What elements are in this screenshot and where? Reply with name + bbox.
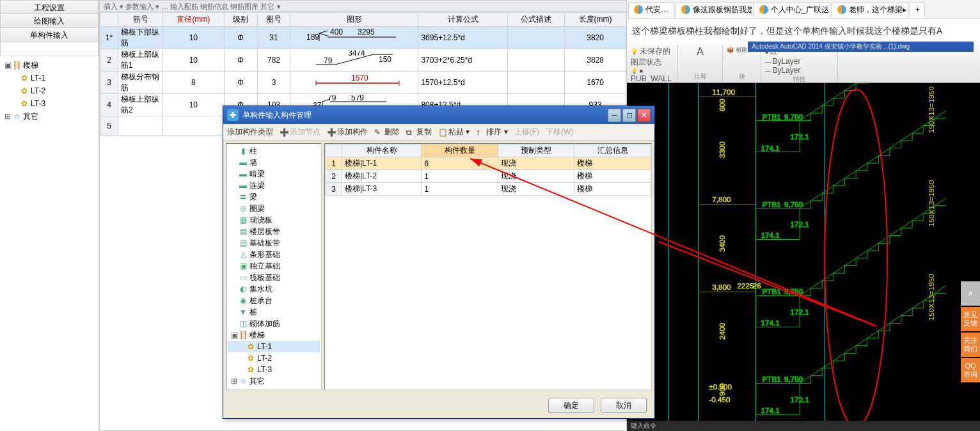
- question-text: 这个梯梁梯板梯柱我都绘制好了，但是这个单构件输入时候我这个楼梯是只有A: [627, 19, 980, 45]
- svg-text:9,750: 9,750: [784, 113, 803, 121]
- col-header[interactable]: 长度(mm): [565, 13, 626, 27]
- main-toolbar[interactable]: 插入 ▾ 参数输入 ▾ … 输入配筋 钢筋信息 钢筋图库 其它 ▾: [100, 1, 626, 12]
- table-row[interactable]: 2梯板上部纵筋110Φ7827934741503703+2*6.25*d3828: [100, 49, 626, 72]
- tree-item[interactable]: ▦现浇板: [228, 214, 320, 226]
- tree-item-lt[interactable]: ✿LT-2: [228, 352, 320, 364]
- tree-item[interactable]: ▤楼层板带: [228, 226, 320, 237]
- app-icon: ✚: [227, 109, 239, 121]
- tree-node-other[interactable]: ⊞☆其它: [228, 375, 320, 387]
- svg-text:150X13=1950: 150X13=1950: [927, 274, 935, 321]
- col-header[interactable]: 预制类型: [498, 145, 574, 157]
- tree-item[interactable]: ▤基础板带: [228, 237, 320, 249]
- favicon-icon: [681, 5, 690, 14]
- member-grid[interactable]: 构件名称 构件数量 预制类型 汇总信息 1楼梯|LT-16现浇楼梯2楼梯|LT-…: [325, 144, 651, 196]
- tree-item[interactable]: ◐集水坑: [228, 283, 320, 295]
- dialog-titlebar[interactable]: ✚ 单构件输入构件管理 ─ ◻ ✕: [223, 106, 654, 124]
- cancel-button[interactable]: 取消: [601, 398, 647, 413]
- svg-point-45: [825, 90, 887, 421]
- tree-item-lt[interactable]: ✿LT-1: [228, 341, 320, 352]
- tree-item[interactable]: ◉桩承台: [228, 295, 320, 306]
- col-header[interactable]: 汇总信息: [574, 145, 651, 157]
- svg-text:2400: 2400: [718, 322, 726, 340]
- tree-item[interactable]: △条形基础: [228, 249, 320, 260]
- plus-green-icon: ➕: [280, 128, 288, 137]
- member-row[interactable]: 2楼梯|LT-21现浇楼梯: [326, 170, 651, 183]
- col-header-qty[interactable]: 构件数量: [422, 145, 498, 157]
- autocad-window: Autodesk AutoCAD 2014 保安镇小学教学实验…(1).dwg …: [627, 45, 980, 431]
- ok-button[interactable]: 确定: [548, 398, 594, 413]
- expander-icon[interactable]: ⊞: [4, 112, 12, 121]
- tree-item-lt[interactable]: ✿LT-3: [228, 364, 320, 375]
- btn-project-settings[interactable]: 工程设置: [0, 0, 99, 14]
- dialog-toolbar: 添加构件类型 ➕添加节点 ➕添加构件 ✎删除 ⧉复制 📋粘贴 ▾ ↕排序 ▾ 上…: [223, 124, 654, 141]
- col-header[interactable]: 筋号: [118, 13, 163, 27]
- tb-copy[interactable]: ⧉复制: [406, 127, 432, 137]
- close-button[interactable]: ✕: [637, 109, 651, 122]
- acad-status-bar: 键入命令: [627, 421, 980, 431]
- btn-single-member-input[interactable]: 单构件输入: [0, 28, 99, 42]
- tb-paste[interactable]: 📋粘贴 ▾: [438, 127, 470, 137]
- float-feedback[interactable]: 意见反馈: [961, 307, 980, 331]
- col-header[interactable]: 图形: [290, 13, 418, 27]
- tree-node-stair[interactable]: ▣🪜楼梯: [228, 329, 320, 341]
- tree-node-stair[interactable]: ▣ 🪜 楼梯: [1, 59, 97, 72]
- col-header[interactable]: 构件名称: [342, 145, 422, 157]
- browser-tab[interactable]: 老师，这个梯梁▸: [832, 2, 908, 17]
- tree-item[interactable]: ▮柱: [228, 145, 320, 157]
- tree-item[interactable]: ◫砌体加筋: [228, 318, 320, 329]
- browser-tab[interactable]: 个人中心_广联达…: [754, 2, 830, 17]
- expander-icon[interactable]: ▣: [4, 61, 12, 70]
- tb-sort[interactable]: ↕排序 ▾: [476, 127, 507, 137]
- tree-item-lt1[interactable]: ✿LT-1: [17, 72, 97, 84]
- tree-item[interactable]: ▣独立基础: [228, 260, 320, 272]
- tree-item[interactable]: ▼桩: [228, 306, 320, 318]
- favicon-icon: [634, 5, 643, 14]
- tb-add-node[interactable]: ➕添加节点: [280, 127, 320, 137]
- browser-tab[interactable]: 像这跟板钢筋我是…: [676, 2, 752, 17]
- svg-text:174.1: 174.1: [761, 144, 780, 152]
- minimize-button[interactable]: ─: [608, 109, 621, 122]
- paste-icon: 📋: [438, 128, 447, 137]
- col-header[interactable]: 计算公式: [418, 13, 507, 27]
- svg-text:3295: 3295: [358, 28, 375, 36]
- table-row[interactable]: 1*梯板下部纵筋10Φ3118940032953695+12.5*d3820: [100, 27, 626, 49]
- tree-item[interactable]: 〓梁: [228, 191, 320, 203]
- svg-text:79: 79: [324, 56, 333, 65]
- btn-draw-input[interactable]: 绘图输入: [0, 14, 99, 28]
- svg-text:172.1: 172.1: [790, 132, 809, 141]
- tb-up[interactable]: 上移(F): [514, 127, 539, 137]
- tree-item[interactable]: ◎圈梁: [228, 203, 320, 214]
- col-header-diam[interactable]: 直径(mm): [163, 13, 225, 27]
- tree-item-lt3[interactable]: ✿LT-3: [17, 97, 97, 110]
- acad-canvas[interactable]: 11,700 7,800 3,800 ±0.000 -0.450 600 330…: [627, 83, 980, 421]
- gear-icon: ✿: [19, 86, 29, 95]
- tree-node-other[interactable]: ⊞ ☆ 其它: [1, 110, 97, 123]
- member-row[interactable]: 1楼梯|LT-16现浇楼梯: [326, 157, 651, 170]
- table-row[interactable]: 3梯板分布钢筋8Φ315701570+12.5*d1670: [100, 72, 626, 94]
- svg-text:3300: 3300: [718, 141, 726, 159]
- float-follow[interactable]: 关注我们: [961, 333, 980, 357]
- tree-item[interactable]: ▬连梁: [228, 180, 320, 191]
- dialog-left-tree[interactable]: ▮柱▬墙▬暗梁▬连梁〓梁◎圈梁▦现浇板▤楼层板带▤基础板带△条形基础▣独立基础▭…: [226, 143, 322, 390]
- sidebar-search-input[interactable]: [0, 42, 99, 56]
- col-header[interactable]: 公式描述: [507, 13, 565, 27]
- float-top[interactable]: ∧: [961, 281, 980, 306]
- tb-delete[interactable]: ✎删除: [374, 127, 400, 137]
- maximize-button[interactable]: ◻: [622, 109, 636, 122]
- tb-add-type[interactable]: 添加构件类型: [227, 127, 273, 137]
- member-row[interactable]: 3楼梯|LT-31现浇楼梯: [326, 183, 651, 196]
- new-tab-button[interactable]: +: [910, 2, 925, 17]
- tb-down[interactable]: 下移(W): [546, 127, 573, 137]
- browser-tab[interactable]: 代安…: [628, 2, 674, 17]
- left-sidebar: 工程设置 绘图输入 单构件输入 ▣ 🪜 楼梯 ✿LT-1 ✿LT-2 ✿LT-3…: [0, 0, 99, 431]
- tb-add-member[interactable]: ➕添加构件: [327, 127, 368, 137]
- tree-item[interactable]: ▬墙: [228, 157, 320, 168]
- dialog-right-grid-area: 构件名称 构件数量 预制类型 汇总信息 1楼梯|LT-16现浇楼梯2楼梯|LT-…: [324, 143, 652, 390]
- tree-item[interactable]: ▭筏板基础: [228, 272, 320, 283]
- tree-item-lt2[interactable]: ✿LT-2: [17, 84, 97, 97]
- right-panel: 代安…像这跟板钢筋我是…个人中心_广联达…老师，这个梯梁▸+ 这个梯梁梯板梯柱我…: [627, 0, 980, 431]
- tree-item[interactable]: ▬暗梁: [228, 168, 320, 180]
- col-header[interactable]: 级别: [224, 13, 257, 27]
- float-qq[interactable]: QQ咨询: [961, 358, 980, 382]
- col-header[interactable]: 图号: [257, 13, 290, 27]
